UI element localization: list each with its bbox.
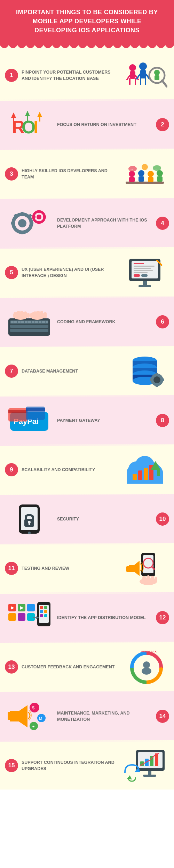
svg-rect-178: [143, 775, 156, 777]
svg-rect-71: [11, 321, 14, 323]
svg-point-129: [28, 532, 31, 534]
list-item: 8 PAYMENT GATEWAY PayPal: [0, 397, 174, 444]
svg-text:FEEDBACK: FEEDBACK: [141, 650, 157, 653]
svg-rect-78: [35, 321, 38, 323]
item-number: 15: [5, 759, 18, 772]
item-image: [120, 746, 169, 785]
item-image: [120, 451, 169, 489]
item-image: ... ! ...: [120, 155, 169, 193]
svg-marker-23: [37, 112, 42, 117]
item-number: 7: [5, 365, 18, 378]
svg-marker-180: [127, 775, 132, 779]
svg-rect-52: [33, 216, 35, 218]
svg-rect-70: [10, 329, 48, 332]
item-number: 8: [156, 414, 169, 427]
svg-rect-112: [26, 408, 45, 411]
svg-point-26: [129, 171, 135, 177]
svg-rect-105: [150, 378, 153, 381]
svg-marker-134: [129, 561, 140, 576]
svg-rect-61: [134, 274, 140, 277]
svg-rect-44: [11, 222, 15, 225]
svg-rect-164: [8, 712, 11, 720]
item-number: 5: [5, 266, 18, 279]
list-item: 11 TESTING AND REVIEW: [0, 544, 174, 592]
svg-text:M: M: [39, 716, 42, 720]
item-image: PayPal: [5, 401, 54, 440]
item-text: TESTING AND REVIEW: [18, 565, 120, 572]
list-item: 6 CODING AND FRAMEWORK: [0, 298, 174, 346]
svg-rect-15: [155, 75, 159, 80]
item-text: CODING AND FRAMEWORK: [54, 319, 156, 325]
svg-point-32: [157, 170, 163, 176]
svg-rect-50: [38, 210, 40, 213]
item-image: [120, 253, 169, 292]
svg-rect-89: [30, 313, 33, 318]
svg-point-28: [138, 170, 144, 176]
item-text: FOCUS ON RETURN ON INVESTMENT: [54, 122, 156, 128]
svg-rect-153: [40, 610, 43, 613]
svg-rect-72: [14, 321, 17, 323]
svg-rect-20: [13, 117, 14, 122]
svg-rect-103: [156, 373, 158, 376]
svg-rect-79: [39, 321, 41, 323]
svg-point-41: [18, 219, 26, 227]
svg-point-160: [142, 668, 151, 675]
svg-rect-145: [18, 613, 25, 621]
list-item: 13 CUSTOMER FEEDBACK AND ENGAGEMENT FEED…: [0, 643, 174, 691]
svg-rect-120: [144, 468, 148, 480]
svg-rect-138: [147, 575, 150, 583]
item-text: SECURITY: [54, 516, 156, 523]
svg-rect-119: [138, 470, 142, 480]
svg-marker-163: [10, 705, 27, 727]
svg-marker-21: [25, 111, 30, 116]
svg-rect-7: [140, 70, 146, 78]
svg-text:★: ★: [32, 725, 35, 728]
svg-rect-81: [46, 321, 48, 323]
svg-text:$: $: [32, 705, 35, 710]
svg-rect-128: [29, 522, 30, 525]
item-text: IDENTIFY THE APP DISTRIBUTION MODEL: [54, 615, 156, 621]
svg-rect-106: [161, 378, 164, 381]
item-text: PINPOINT YOUR POTENTIAL CUSTOMERS AND ID…: [18, 69, 120, 82]
list-item: 1 PINPOINT YOUR POTENTIAL CUSTOMERS AND …: [0, 51, 174, 99]
svg-rect-74: [21, 321, 24, 323]
svg-text:...: ...: [130, 167, 133, 170]
svg-rect-91: [37, 311, 40, 318]
svg-rect-29: [139, 176, 144, 182]
item-number: 4: [156, 217, 169, 230]
svg-rect-45: [30, 222, 33, 225]
svg-rect-125: [21, 507, 38, 530]
svg-rect-33: [157, 176, 163, 182]
item-image: $ M ★: [5, 697, 54, 735]
svg-rect-177: [148, 771, 151, 775]
svg-rect-118: [133, 474, 137, 480]
item-image: FEEDBACK: [120, 648, 169, 686]
item-text: DEVELOPMENT APPROACH WITH THE IOS PLATFO…: [54, 217, 156, 230]
item-number: 2: [156, 118, 169, 131]
item-number: 10: [156, 512, 169, 526]
header-wave: [0, 45, 174, 51]
svg-rect-80: [42, 321, 45, 323]
svg-rect-93: [44, 312, 47, 318]
item-number: 3: [5, 167, 18, 181]
svg-point-159: [143, 661, 150, 668]
svg-rect-144: [8, 613, 16, 621]
svg-rect-60: [134, 272, 148, 273]
svg-rect-1: [130, 71, 135, 79]
svg-rect-90: [33, 311, 36, 318]
item-image: [5, 599, 54, 637]
item-image: [120, 352, 169, 390]
list-item: 15 SUPPORT CONTINUOUS INTEGRATION AND UP…: [0, 742, 174, 790]
item-image: [5, 303, 54, 341]
item-image: R O I: [5, 106, 54, 144]
svg-point-0: [129, 64, 136, 71]
svg-rect-56: [134, 263, 144, 264]
item-image: [120, 549, 169, 587]
item-text: DATABASE MANAGEMENT: [18, 368, 120, 375]
svg-text:I: I: [33, 117, 38, 137]
item-text: SUPPORT CONTINUOUS INTEGRATION AND UPGRA…: [18, 759, 120, 773]
svg-rect-83: [14, 312, 16, 318]
svg-text:...: ...: [155, 167, 157, 170]
list-item: 9 SCALABILITY AND COMPATIBILITY: [0, 446, 174, 494]
svg-rect-139: [151, 576, 154, 583]
